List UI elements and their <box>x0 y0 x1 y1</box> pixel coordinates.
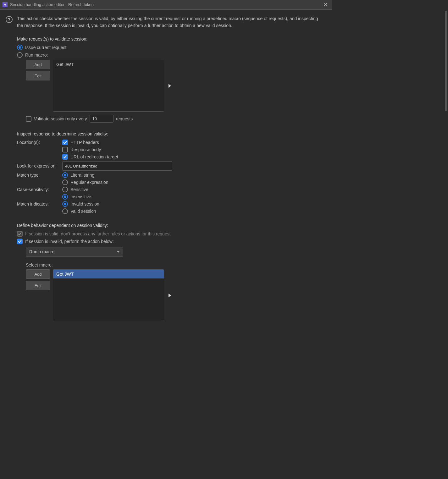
validate-every-checkbox[interactable] <box>26 116 31 122</box>
run-macro-radio[interactable] <box>17 52 23 58</box>
list-item[interactable]: Get JWT <box>53 60 164 69</box>
select-macro-label: Select macro: <box>26 262 328 267</box>
invalid-action-label: If session is invalid, perform the actio… <box>25 239 114 244</box>
validate-heading: Make request(s) to validate session: <box>17 36 328 41</box>
macro-list[interactable]: Get JWT <box>53 60 164 112</box>
regex-label: Regular expression <box>70 180 108 185</box>
sensitive-radio[interactable] <box>62 187 68 192</box>
validate-every-input[interactable] <box>90 115 113 123</box>
play-icon[interactable] <box>169 84 171 88</box>
add-macro-button[interactable]: Add <box>26 60 50 69</box>
indicates-label: Match indicates: <box>17 201 62 206</box>
action-dropdown[interactable]: Run a macro <box>26 247 123 257</box>
chevron-down-icon <box>117 251 120 253</box>
valid-skip-checkbox <box>17 231 23 237</box>
help-icon[interactable]: ? <box>6 16 13 23</box>
url-redirect-checkbox[interactable] <box>62 154 68 160</box>
response-body-label: Response body <box>70 147 101 152</box>
titlebar: Session handling action editor - Refresh… <box>0 0 332 9</box>
sensitive-label: Sensitive <box>70 187 88 192</box>
http-headers-checkbox[interactable] <box>62 140 68 145</box>
edit-macro-button[interactable]: Edit <box>26 71 50 80</box>
http-headers-label: HTTP headers <box>70 140 99 145</box>
description-text: This action checks whether the session i… <box>17 15 328 29</box>
add-macro-button-2[interactable]: Add <box>26 269 50 279</box>
locations-label: Location(s): <box>17 140 62 145</box>
behavior-heading: Define behavior dependent on session val… <box>17 223 328 228</box>
validate-every-label-post: requests <box>116 116 133 121</box>
window-title: Session handling action editor - Refresh… <box>10 2 322 7</box>
app-icon <box>3 2 8 7</box>
invalid-action-checkbox[interactable] <box>17 239 23 244</box>
valid-label: Valid session <box>70 209 96 214</box>
list-item[interactable]: Get JWT <box>53 270 164 278</box>
action-selected: Run a macro <box>29 249 54 254</box>
url-redirect-label: URL of redirection target <box>70 154 118 159</box>
insensitive-label: Insensitive <box>70 194 91 199</box>
issue-request-radio[interactable] <box>17 45 23 50</box>
insensitive-radio[interactable] <box>62 194 68 200</box>
case-label: Case-sensitivity: <box>17 187 62 192</box>
run-macro-label: Run macro: <box>25 52 48 58</box>
valid-radio[interactable] <box>62 208 68 214</box>
response-body-checkbox[interactable] <box>62 147 68 152</box>
expr-label: Look for expression: <box>17 163 62 168</box>
inspect-heading: Inspect response to determine session va… <box>17 131 328 136</box>
expression-input[interactable] <box>62 161 172 171</box>
literal-radio[interactable] <box>62 172 68 178</box>
play-icon[interactable] <box>169 294 171 297</box>
close-icon[interactable]: ✕ <box>322 2 329 8</box>
edit-macro-button-2[interactable]: Edit <box>26 281 50 290</box>
invalid-radio[interactable] <box>62 201 68 207</box>
issue-request-label: Issue current request <box>25 45 67 50</box>
regex-radio[interactable] <box>62 179 68 185</box>
macro-list-2[interactable]: Get JWT <box>53 269 164 321</box>
invalid-label: Invalid session <box>70 201 99 206</box>
validate-every-label-pre: Validate session only every <box>34 116 87 121</box>
literal-label: Literal string <box>70 173 94 178</box>
match-type-label: Match type: <box>17 173 62 178</box>
valid-skip-label: If session is valid, don't process any f… <box>25 231 171 236</box>
